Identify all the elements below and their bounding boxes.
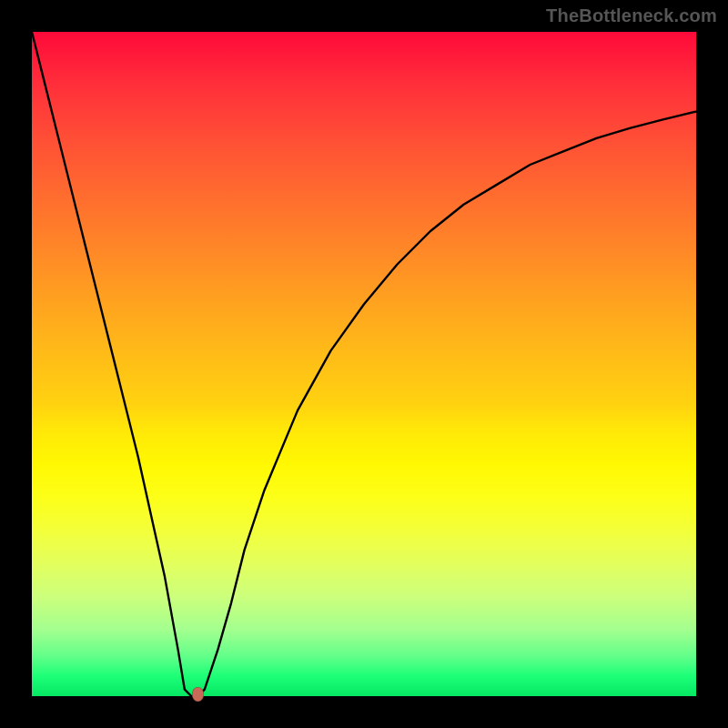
watermark-text: TheBottleneck.com [546, 5, 717, 26]
chart-frame: TheBottleneck.com [0, 0, 728, 728]
bottleneck-curve [32, 32, 696, 696]
curve-path [32, 32, 696, 696]
optimum-marker [192, 687, 204, 702]
plot-area [32, 32, 696, 696]
